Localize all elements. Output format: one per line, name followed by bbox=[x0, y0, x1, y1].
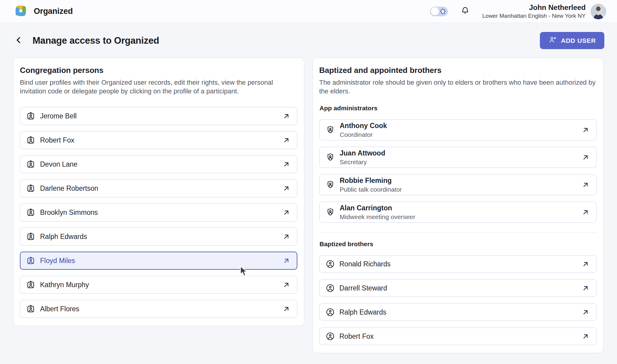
chevron-left-icon bbox=[14, 36, 23, 46]
baptized-brother-row[interactable]: Robert Fox bbox=[319, 328, 597, 345]
id-badge-person-icon bbox=[26, 111, 35, 121]
congregation-person-row[interactable]: Devon Lane bbox=[20, 155, 297, 173]
baptized-brother-row[interactable]: Ronald Richards bbox=[319, 255, 597, 273]
app-header: Organized bbox=[0, 0, 617, 23]
main-content: Congregation persons Bind user profiles … bbox=[0, 49, 617, 353]
theme-toggle[interactable] bbox=[430, 7, 448, 16]
left-panel-title: Congregation persons bbox=[20, 66, 297, 75]
shield-person-icon bbox=[326, 125, 335, 135]
back-button[interactable] bbox=[13, 35, 24, 46]
administrator-info: Robbie Fleming Public talk coordinator bbox=[340, 177, 402, 193]
person-name: Devon Lane bbox=[40, 160, 77, 168]
administrator-info: Juan Attwood Secretary bbox=[340, 149, 385, 166]
shield-person-icon bbox=[326, 208, 335, 217]
administrator-row[interactable]: Juan Attwood Secretary bbox=[319, 147, 597, 168]
arrow-up-right-icon bbox=[282, 112, 290, 120]
user-circle-icon bbox=[326, 332, 335, 341]
user-plus-icon bbox=[548, 36, 557, 46]
congregation-person-row[interactable]: Brooklyn Simmons bbox=[20, 203, 297, 221]
brother-name: Ralph Edwards bbox=[340, 308, 387, 316]
administrator-role: Coordinator bbox=[340, 131, 387, 138]
brother-name: Ronald Richards bbox=[340, 260, 391, 268]
congregation-person-list: Jerome Bell Robert Fox bbox=[20, 107, 297, 318]
arrow-up-right-icon bbox=[282, 160, 290, 168]
arrow-up-right-icon bbox=[282, 281, 290, 289]
congregation-person-row[interactable]: Darlene Robertson bbox=[20, 179, 297, 197]
congregation-person-row[interactable]: Floyd Miles bbox=[20, 252, 297, 270]
arrow-up-right-icon bbox=[581, 181, 590, 189]
administrator-name: Alan Carrington bbox=[340, 204, 415, 212]
arrow-up-right-icon bbox=[581, 260, 590, 268]
page-title-row: Manage access to Organized ADD USER bbox=[0, 32, 617, 49]
arrow-up-right-icon bbox=[581, 153, 590, 162]
user-info: John Netherleed Lower Manhattan English … bbox=[482, 3, 586, 19]
id-badge-person-icon bbox=[26, 304, 35, 313]
arrow-up-right-icon bbox=[282, 305, 290, 313]
app-name: Organized bbox=[34, 7, 73, 16]
user-circle-icon bbox=[326, 284, 335, 293]
administrator-row[interactable]: Anthony Cook Coordinator bbox=[319, 119, 597, 140]
add-user-button[interactable]: ADD USER bbox=[540, 32, 604, 49]
baptized-brother-row[interactable]: Ralph Edwards bbox=[319, 303, 597, 321]
arrow-up-right-icon bbox=[581, 308, 590, 316]
arrow-up-right-icon bbox=[282, 184, 290, 193]
id-badge-person-icon bbox=[26, 208, 35, 217]
arrow-up-right-icon bbox=[581, 332, 590, 340]
sun-icon bbox=[440, 8, 446, 16]
arrow-up-right-icon bbox=[581, 126, 590, 134]
header-actions: John Netherleed Lower Manhattan English … bbox=[430, 3, 606, 19]
person-name: Albert Flores bbox=[40, 305, 79, 313]
shield-person-icon bbox=[326, 153, 335, 162]
congregation-person-row[interactable]: Robert Fox bbox=[20, 131, 297, 149]
bell-icon bbox=[460, 6, 470, 17]
congregation-person-row[interactable]: Jerome Bell bbox=[20, 107, 297, 125]
arrow-up-right-icon bbox=[282, 209, 290, 217]
left-panel-description: Bind user profiles with their Organized … bbox=[20, 78, 297, 96]
person-name: Kathryn Murphy bbox=[40, 281, 89, 289]
notifications-button[interactable] bbox=[460, 6, 470, 17]
administrator-info: Alan Carrington Midweek meeting overseer bbox=[340, 204, 415, 221]
baptized-brother-row[interactable]: Darrell Steward bbox=[319, 279, 597, 297]
app-administrators-label: App administrators bbox=[320, 105, 597, 112]
section-divider bbox=[319, 232, 597, 233]
user-circle-icon bbox=[326, 308, 335, 317]
shield-person-icon bbox=[326, 180, 335, 190]
id-badge-person-icon bbox=[26, 232, 35, 241]
person-name: Brooklyn Simmons bbox=[40, 209, 98, 217]
person-name: Floyd Miles bbox=[40, 257, 75, 265]
person-name: Ralph Edwards bbox=[40, 233, 87, 241]
congregation-person-row[interactable]: Ralph Edwards bbox=[20, 228, 297, 246]
user-circle-icon bbox=[326, 259, 335, 268]
brother-name: Darrell Steward bbox=[340, 284, 387, 292]
id-badge-person-icon bbox=[26, 280, 35, 289]
administrator-info: Anthony Cook Coordinator bbox=[340, 122, 387, 138]
arrow-up-right-icon bbox=[282, 233, 290, 241]
administrator-role: Secretary bbox=[340, 158, 385, 166]
organized-logo-icon bbox=[13, 3, 28, 20]
arrow-up-right-icon bbox=[581, 208, 590, 216]
administrator-row[interactable]: Robbie Fleming Public talk coordinator bbox=[319, 174, 597, 195]
person-name: Robert Fox bbox=[40, 136, 74, 144]
administrator-name: Anthony Cook bbox=[340, 122, 387, 130]
administrator-role: Public talk coordinator bbox=[340, 186, 402, 193]
user-menu[interactable]: John Netherleed Lower Manhattan English … bbox=[482, 3, 606, 19]
brother-name: Robert Fox bbox=[340, 332, 374, 340]
arrow-up-right-icon bbox=[282, 136, 290, 144]
user-name: John Netherleed bbox=[482, 3, 586, 12]
congregation-person-row[interactable]: Albert Flores bbox=[20, 300, 297, 318]
appointed-brothers-panel: Baptized and appointed brothers The admi… bbox=[312, 58, 604, 353]
organized-app: Organized bbox=[0, 0, 617, 364]
avatar[interactable] bbox=[590, 4, 606, 19]
administrator-row[interactable]: Alan Carrington Midweek meeting overseer bbox=[319, 202, 597, 223]
administrator-name: Juan Attwood bbox=[340, 149, 385, 157]
id-badge-person-icon bbox=[26, 136, 35, 145]
right-panel-title: Baptized and appointed brothers bbox=[319, 66, 597, 75]
right-panel-description: The administrator role should be given o… bbox=[319, 78, 597, 96]
user-congregation: Lower Manhattan English - New York NY bbox=[482, 13, 586, 19]
brand: Organized bbox=[13, 3, 73, 20]
id-badge-person-icon bbox=[26, 256, 35, 265]
page-title: Manage access to Organized bbox=[33, 35, 159, 46]
baptized-brothers-list: Ronald Richards Darrell Steward bbox=[319, 255, 597, 345]
congregation-person-row[interactable]: Kathryn Murphy bbox=[20, 276, 297, 294]
baptized-brothers-label: Baptized brothers bbox=[320, 240, 597, 248]
